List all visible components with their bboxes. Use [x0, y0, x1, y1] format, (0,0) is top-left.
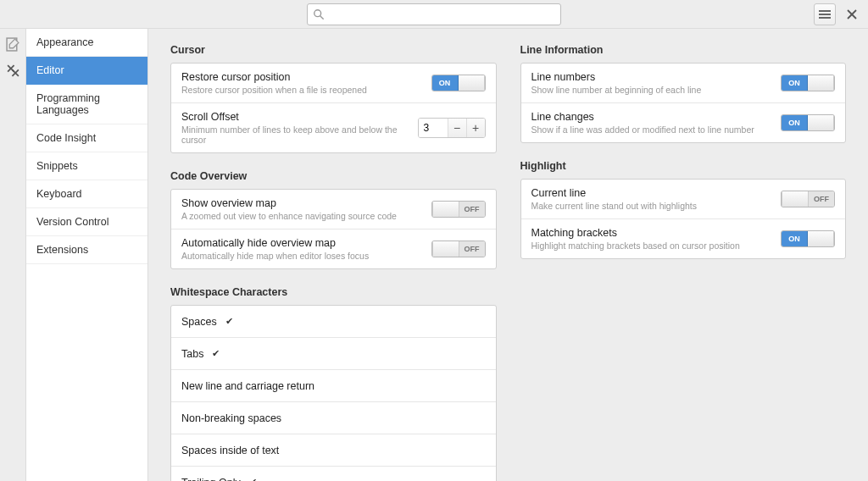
whitespace-label: Non-breaking spaces: [181, 412, 281, 424]
svg-rect-4: [819, 17, 831, 19]
whitespace-row[interactable]: Non-breaking spaces: [171, 402, 496, 434]
row-show-overview: Show overview map A zoomed out view to e…: [171, 190, 496, 229]
whitespace-row[interactable]: New line and carriage return: [171, 370, 496, 402]
scroll-offset-title: Scroll Offset: [181, 111, 418, 123]
restore-cursor-title: Restore cursor position: [181, 71, 431, 83]
close-button[interactable]: [841, 3, 863, 25]
section-head-cursor: Cursor: [170, 44, 497, 56]
current-line-title: Current line: [531, 187, 782, 199]
show-overview-desc: A zoomed out view to enhance navigating …: [181, 211, 431, 221]
current-line-desc: Make current line stand out with highlig…: [531, 201, 782, 211]
left-column: Cursor Restore cursor position Restore c…: [170, 44, 497, 481]
sidebar-item-editor[interactable]: Editor: [26, 57, 147, 85]
scroll-offset-increment[interactable]: +: [466, 119, 485, 137]
line-numbers-title: Line numbers: [531, 71, 782, 83]
whitespace-row[interactable]: Trailing Only✔: [171, 467, 496, 481]
preferences-icon[interactable]: [6, 64, 20, 78]
row-line-changes: Line changes Show if a line was added or…: [521, 103, 846, 142]
matching-brackets-desc: Highlight matching brackets based on cur…: [531, 240, 782, 251]
main: AppearanceEditorProgramming LanguagesCod…: [0, 29, 868, 481]
menu-button[interactable]: [814, 3, 836, 25]
whitespace-label: Tabs: [181, 348, 203, 360]
line-changes-desc: Show if a line was added or modified nex…: [531, 124, 782, 135]
row-scroll-offset: Scroll Offset Minimum number of lines to…: [171, 103, 496, 152]
row-autohide-overview: Automatically hide overview map Automati…: [171, 229, 496, 268]
scroll-offset-value[interactable]: [419, 119, 448, 137]
matching-brackets-switch[interactable]: ON: [781, 230, 835, 247]
sidebar-item-extensions[interactable]: Extensions: [26, 236, 147, 264]
scroll-offset-desc: Minimum number of lines to keep above an…: [181, 124, 418, 145]
whitespace-row[interactable]: Spaces inside of text: [171, 434, 496, 467]
icon-bar: [0, 29, 25, 481]
svg-line-1: [320, 15, 323, 18]
header-right: [814, 3, 863, 25]
show-overview-switch[interactable]: OFF: [431, 201, 486, 218]
autohide-overview-desc: Automatically hide map when editor loses…: [181, 251, 431, 261]
whitespace-label: Spaces inside of text: [181, 445, 279, 456]
restore-cursor-switch[interactable]: ON: [431, 75, 486, 91]
show-overview-title: Show overview map: [181, 197, 431, 209]
search-icon: [313, 8, 325, 20]
current-line-switch[interactable]: OFF: [781, 191, 835, 207]
sidebar-item-snippets[interactable]: Snippets: [26, 152, 147, 180]
whitespace-label: Spaces: [181, 316, 217, 328]
group-highlight: Current line Make current line stand out…: [520, 179, 847, 259]
line-changes-title: Line changes: [531, 111, 782, 123]
line-numbers-switch[interactable]: ON: [781, 75, 835, 91]
edit-view-icon[interactable]: [6, 37, 20, 52]
group-lineinfo: Line numbers Show line number at beginni…: [520, 63, 847, 143]
svg-rect-3: [819, 14, 831, 15]
section-head-highlight: Highlight: [520, 160, 847, 172]
row-current-line: Current line Make current line stand out…: [521, 180, 846, 219]
group-overview: Show overview map A zoomed out view to e…: [170, 189, 497, 269]
check-icon: ✔: [249, 477, 259, 481]
sidebar-item-keyboard[interactable]: Keyboard: [26, 180, 147, 208]
section-head-lineinfo: Line Information: [520, 44, 847, 56]
search-input[interactable]: [307, 3, 561, 25]
header-bar: [0, 0, 868, 29]
whitespace-row[interactable]: Spaces✔: [171, 306, 496, 338]
check-icon: ✔: [212, 348, 222, 359]
content: Cursor Restore cursor position Restore c…: [148, 29, 868, 481]
section-head-overview: Code Overview: [170, 170, 497, 182]
line-numbers-desc: Show line number at beginning of each li…: [531, 85, 782, 95]
hamburger-icon: [819, 8, 831, 20]
sidebar-item-programming-languages[interactable]: Programming Languages: [26, 85, 147, 124]
sidebar-item-version-control[interactable]: Version Control: [26, 208, 147, 236]
autohide-overview-switch[interactable]: OFF: [431, 240, 486, 257]
line-changes-switch[interactable]: ON: [781, 114, 835, 131]
sidebar-item-appearance[interactable]: Appearance: [26, 29, 147, 57]
group-whitespace: Spaces✔Tabs✔New line and carriage return…: [170, 305, 497, 481]
section-head-whitespace: Whitespace Characters: [170, 286, 497, 298]
row-restore-cursor: Restore cursor position Restore cursor p…: [171, 64, 496, 103]
restore-cursor-desc: Restore cursor position when a file is r…: [181, 85, 431, 95]
matching-brackets-title: Matching brackets: [531, 227, 782, 239]
group-cursor: Restore cursor position Restore cursor p…: [170, 63, 497, 153]
scroll-offset-decrement[interactable]: −: [448, 119, 466, 137]
whitespace-row[interactable]: Tabs✔: [171, 338, 496, 370]
autohide-overview-title: Automatically hide overview map: [181, 237, 431, 249]
whitespace-label: New line and carriage return: [181, 380, 314, 392]
check-icon: ✔: [225, 316, 236, 327]
sidebar-item-code-insight[interactable]: Code Insight: [26, 124, 147, 152]
svg-rect-2: [819, 10, 831, 12]
close-icon: [847, 9, 857, 19]
whitespace-label: Trailing Only: [181, 477, 241, 482]
search-field-wrap: [307, 3, 561, 25]
row-matching-brackets: Matching brackets Highlight matching bra…: [521, 219, 846, 258]
row-line-numbers: Line numbers Show line number at beginni…: [521, 64, 846, 103]
right-column: Line Information Line numbers Show line …: [520, 44, 847, 259]
scroll-offset-stepper[interactable]: − +: [418, 118, 486, 138]
sidebar: AppearanceEditorProgramming LanguagesCod…: [25, 29, 148, 481]
